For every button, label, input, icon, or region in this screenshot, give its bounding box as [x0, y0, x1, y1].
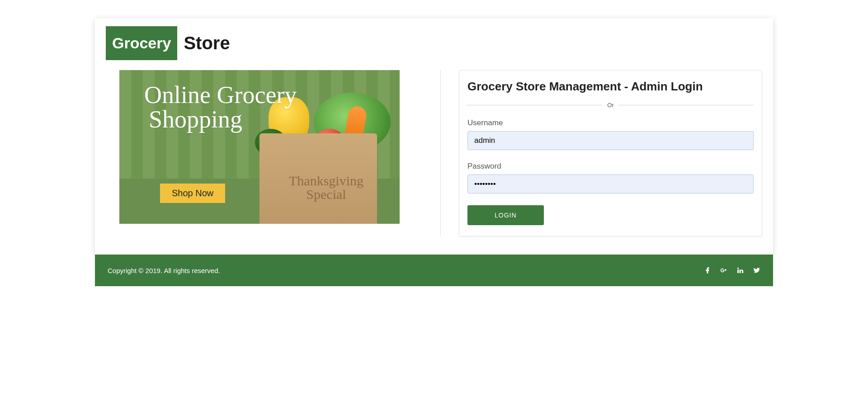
facebook-icon[interactable]: [703, 266, 712, 274]
separator-label: Or: [607, 102, 613, 109]
brand-row: Grocery Store: [106, 26, 762, 60]
login-button[interactable]: LOGIN: [467, 205, 544, 225]
username-input[interactable]: [467, 131, 754, 150]
bag-caption: Thanksgiving Special: [289, 174, 363, 201]
banner-headline-line2: Shopping: [149, 107, 297, 132]
banner-headline-line1: Online Grocery: [144, 83, 297, 107]
vertical-divider: [440, 70, 441, 236]
promo-column: Thanksgiving Special Online Grocery Shop…: [106, 70, 422, 224]
login-title: Grocery Store Management - Admin Login: [467, 80, 754, 94]
username-label: Username: [467, 118, 754, 127]
bag-caption-line1: Thanksgiving: [289, 173, 363, 188]
main-card: Grocery Store Thanksgiving Special Onlin…: [95, 18, 773, 255]
google-plus-icon[interactable]: [720, 266, 728, 274]
brand-badge: Grocery: [106, 26, 177, 60]
footer: Copyright © 2019. All rights reserved.: [95, 255, 773, 286]
password-input[interactable]: [467, 175, 754, 193]
brand-suffix: Store: [184, 33, 230, 53]
password-group: Password: [467, 162, 754, 193]
shop-now-button[interactable]: Shop Now: [160, 184, 225, 203]
social-icons: [703, 266, 760, 274]
login-card: Grocery Store Management - Admin Login O…: [459, 70, 762, 236]
linkedin-icon[interactable]: [736, 266, 744, 274]
password-label: Password: [467, 162, 754, 171]
username-group: Username: [467, 118, 754, 150]
promo-banner: Thanksgiving Special Online Grocery Shop…: [119, 70, 400, 224]
separator-line-left: [467, 105, 602, 105]
separator-line-right: [619, 105, 754, 105]
content-row: Thanksgiving Special Online Grocery Shop…: [106, 70, 762, 236]
banner-headline: Online Grocery Shopping: [144, 83, 297, 132]
twitter-icon[interactable]: [752, 266, 760, 274]
or-separator: Or: [467, 102, 754, 109]
footer-copyright: Copyright © 2019. All rights reserved.: [108, 267, 220, 274]
bag-caption-line2: Special: [306, 187, 346, 202]
login-column: Grocery Store Management - Admin Login O…: [459, 70, 762, 236]
